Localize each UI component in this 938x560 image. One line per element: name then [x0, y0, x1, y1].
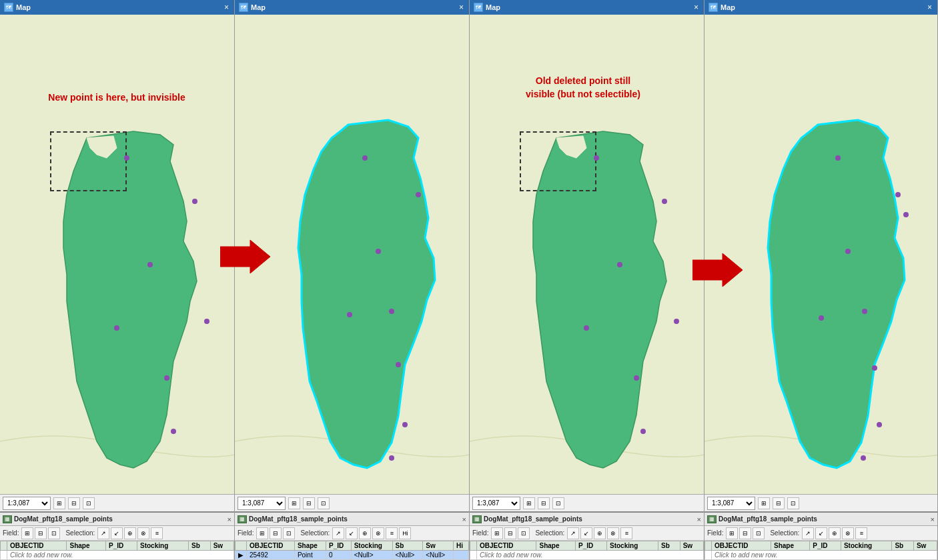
tb-btn-3a[interactable]: ⊞ [491, 527, 503, 539]
tb-sel-4a[interactable]: ↗ [802, 527, 814, 539]
tb-btn-2a[interactable]: ⊞ [256, 527, 268, 539]
table-container-2[interactable]: OBJECTID Shape P_ID Stocking Sb Sw Hi ▶ … [235, 541, 469, 560]
cell-stocking-2-1[interactable]: <Null> [351, 551, 392, 560]
col-objectid-4[interactable]: OBJECTID [712, 541, 771, 551]
col-stocking-1[interactable]: Stocking [137, 541, 189, 551]
col-objectid-2[interactable]: OBJECTID [247, 541, 295, 551]
col-sb-1[interactable]: Sb [188, 541, 210, 551]
col-stocking-2[interactable]: Stocking [351, 541, 392, 551]
tb-sel-1a[interactable]: ↗ [97, 527, 109, 539]
add-row-text-1[interactable]: Click to add new row. [7, 551, 234, 560]
toolbar-icon-2a[interactable]: ⊞ [288, 497, 300, 509]
toolbar-icon-1b[interactable]: ⊟ [68, 497, 80, 509]
toolbar-icon-3a[interactable]: ⊞ [523, 497, 535, 509]
cell-objectid-2-1[interactable]: 25492 [247, 551, 295, 560]
close-btn-1[interactable]: × [223, 3, 230, 12]
add-row-4[interactable]: Click to add new row. [705, 551, 937, 560]
add-row-1[interactable]: Click to add new row. [1, 551, 234, 560]
col-stocking-3[interactable]: Stocking [607, 541, 658, 551]
table-container-4[interactable]: OBJECTID Shape P_ID Stocking Sb Sw Click… [705, 541, 937, 560]
table-close-1[interactable]: × [227, 515, 231, 523]
add-row-text-3[interactable]: Click to add new row. [477, 551, 704, 560]
scale-select-1[interactable]: 1:3,087 [3, 497, 51, 510]
scale-select-4[interactable]: 1:3,087 [707, 497, 755, 510]
tb-btn-3b[interactable]: ⊟ [504, 527, 516, 539]
col-shape-1[interactable]: Shape [67, 541, 106, 551]
tb-sel-3e[interactable]: ≡ [620, 527, 632, 539]
toolbar-icon-2c[interactable]: ⊡ [318, 497, 330, 509]
map-area-3[interactable]: Old deleted point stillvisible (but not … [470, 15, 704, 494]
tb-sel-4c[interactable]: ⊕ [829, 527, 841, 539]
tb-sel-3c[interactable]: ⊕ [594, 527, 606, 539]
tb-sel-2e[interactable]: ≡ [386, 527, 398, 539]
tb-sel-2b[interactable]: ↙ [346, 527, 358, 539]
close-btn-3[interactable]: × [692, 3, 700, 12]
col-shape-2[interactable]: Shape [294, 541, 326, 551]
tb-btn-1b[interactable]: ⊟ [35, 527, 47, 539]
scale-select-2[interactable]: 1:3,087 [238, 497, 286, 510]
col-sw-4[interactable]: Sw [913, 541, 937, 551]
table-close-2[interactable]: × [462, 515, 466, 523]
map-area-1[interactable]: New point is here, but invisible [0, 15, 234, 494]
toolbar-icon-1c[interactable]: ⊡ [83, 497, 95, 509]
toolbar-icon-3b[interactable]: ⊟ [538, 497, 550, 509]
table-row-2-1[interactable]: ▶ 25492 Point 0 <Null> <Null> <Null> [236, 551, 469, 560]
tb-btn-1c[interactable]: ⊡ [48, 527, 60, 539]
tb-btn-1a[interactable]: ⊞ [21, 527, 33, 539]
tb-sel-3d[interactable]: ⊗ [607, 527, 619, 539]
tb-btn-3c[interactable]: ⊡ [518, 527, 530, 539]
table-container-3[interactable]: OBJECTID Shape P_ID Stocking Sb Sw Click… [470, 541, 704, 560]
tb-sel-1c[interactable]: ⊕ [124, 527, 136, 539]
col-sw-3[interactable]: Sw [680, 541, 703, 551]
tb-sel-2f[interactable]: Hi [399, 527, 411, 539]
table-container-1[interactable]: OBJECTID Shape P_ID Stocking Sb Sw Click… [0, 541, 234, 560]
col-shape-3[interactable]: Shape [536, 541, 576, 551]
table-close-3[interactable]: × [697, 515, 701, 523]
toolbar-icon-4c[interactable]: ⊡ [787, 497, 799, 509]
map-area-2[interactable] [235, 15, 469, 494]
cell-hi-2-1[interactable] [454, 551, 469, 560]
col-pid-1[interactable]: P_ID [106, 541, 137, 551]
scale-select-3[interactable]: 1:3,087 [472, 497, 520, 510]
tb-sel-4b[interactable]: ↙ [815, 527, 827, 539]
map-area-4[interactable] [705, 15, 937, 494]
toolbar-icon-3c[interactable]: ⊡ [552, 497, 564, 509]
col-sw-2[interactable]: Sw [423, 541, 454, 551]
tb-btn-4b[interactable]: ⊟ [739, 527, 751, 539]
col-sw-1[interactable]: Sw [210, 541, 233, 551]
cell-sw-2-1[interactable]: <Null> [423, 551, 454, 560]
toolbar-icon-4a[interactable]: ⊞ [758, 497, 770, 509]
col-hi-2[interactable]: Hi [454, 541, 469, 551]
toolbar-icon-4b[interactable]: ⊟ [773, 497, 785, 509]
col-objectid-3[interactable]: OBJECTID [477, 541, 536, 551]
tb-sel-3b[interactable]: ↙ [580, 527, 592, 539]
tb-sel-2d[interactable]: ⊗ [372, 527, 384, 539]
cell-pid-2-1[interactable]: 0 [326, 551, 351, 560]
tb-btn-4a[interactable]: ⊞ [726, 527, 738, 539]
tb-sel-2c[interactable]: ⊕ [359, 527, 371, 539]
col-shape-4[interactable]: Shape [771, 541, 809, 551]
col-sb-3[interactable]: Sb [658, 541, 680, 551]
toolbar-icon-1a[interactable]: ⊞ [53, 497, 65, 509]
tb-btn-2c[interactable]: ⊡ [283, 527, 295, 539]
col-sb-2[interactable]: Sb [392, 541, 423, 551]
table-close-4[interactable]: × [931, 515, 935, 523]
tb-sel-1b[interactable]: ↙ [111, 527, 123, 539]
tb-sel-4d[interactable]: ⊗ [842, 527, 854, 539]
tb-btn-4c[interactable]: ⊡ [753, 527, 765, 539]
tb-sel-3a[interactable]: ↗ [567, 527, 579, 539]
tb-btn-2b[interactable]: ⊟ [270, 527, 282, 539]
col-pid-4[interactable]: P_ID [810, 541, 841, 551]
col-objectid-1[interactable]: OBJECTID [7, 541, 67, 551]
tb-sel-4e[interactable]: ≡ [855, 527, 867, 539]
cell-sb-2-1[interactable]: <Null> [392, 551, 423, 560]
add-row-text-4[interactable]: Click to add new row. [712, 551, 937, 560]
tb-sel-1e[interactable]: ≡ [151, 527, 163, 539]
close-btn-2[interactable]: × [458, 3, 465, 12]
col-pid-2[interactable]: P_ID [326, 541, 351, 551]
col-stocking-4[interactable]: Stocking [841, 541, 892, 551]
add-row-3[interactable]: Click to add new row. [470, 551, 704, 560]
col-sb-4[interactable]: Sb [892, 541, 914, 551]
close-btn-4[interactable]: × [926, 3, 933, 12]
tb-sel-1d[interactable]: ⊗ [137, 527, 149, 539]
